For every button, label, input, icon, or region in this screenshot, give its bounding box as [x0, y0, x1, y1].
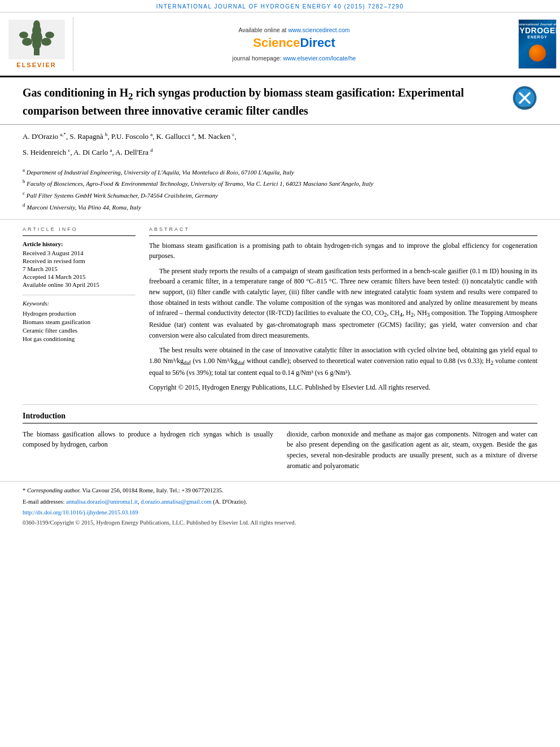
keyword-2: Biomass steam gasification — [23, 318, 135, 325]
keywords-section: Keywords: Hydrogen production Biomass st… — [23, 295, 135, 342]
direct-part: Direct — [300, 36, 335, 50]
email-note: E-mail addresses: annalisa.dorazio@uniro… — [23, 497, 537, 506]
affil-d: d Marconi University, Via Plino 44, Roma… — [23, 202, 537, 212]
accepted-date: Accepted 14 March 2015 — [23, 273, 135, 280]
journal-link[interactable]: www.elsevier.com/locate/he — [283, 55, 356, 62]
article-info-col: ARTICLE INFO Article history: Received 3… — [23, 226, 135, 397]
svg-point-7 — [41, 38, 51, 46]
footer: * Corresponding author. Via Cavour 256, … — [0, 481, 560, 530]
abstract-para1: The biomass steam gasification is a prom… — [149, 241, 537, 261]
science-part: Science — [253, 36, 300, 50]
svg-point-4 — [33, 20, 40, 29]
doi-line: http://dx.doi.org/10.1016/j.ijhydene.201… — [23, 508, 537, 517]
sd-url[interactable]: www.sciencedirect.com — [288, 27, 349, 33]
intro-col-left: The biomass gasification allows to produ… — [23, 429, 273, 475]
article-title-section: Gas conditioning in H2 rich syngas produ… — [0, 77, 560, 125]
center-header: Available online at www.sciencedirect.co… — [73, 17, 515, 71]
keyword-4: Hot gas conditioning — [23, 335, 135, 342]
svg-point-8 — [45, 32, 54, 38]
introduction-title: Introduction — [23, 412, 537, 423]
introduction-section: Introduction The biomass gasification al… — [0, 405, 560, 481]
authors-line2: S. Heidenreich c, A. Di Carlo a, A. Dell… — [23, 146, 537, 159]
intro-columns: The biomass gasification allows to produ… — [23, 429, 537, 475]
affil-b: b Faculty of Biosciences, Agro-Food & En… — [23, 178, 537, 189]
article-title-row: Gas conditioning in H2 rich syngas produ… — [23, 85, 537, 119]
abstract-text: The biomass steam gasification is a prom… — [149, 241, 537, 393]
revised-date: 7 March 2015 — [23, 265, 135, 272]
crossmark-svg: CrossMark — [512, 85, 537, 111]
authors-section: A. D'Orazio a,*, S. Rapagnà b, P.U. Fosc… — [0, 125, 560, 167]
journal-cover: International Journal of HYDROGEN ENERGY — [515, 17, 560, 71]
corresponding-note: * Corresponding author. Via Cavour 256, … — [23, 486, 537, 495]
email2-link[interactable]: d.orazio.annalisa@gmail.com — [141, 499, 211, 505]
available-online-text: Available online at www.sciencedirect.co… — [238, 27, 349, 33]
email1-link[interactable]: annalisa.dorazio@uniroma1.it — [66, 499, 138, 505]
svg-point-5 — [22, 38, 32, 46]
keywords-label: Keywords: — [23, 300, 135, 307]
doi-link[interactable]: http://dx.doi.org/10.1016/j.ijhydene.201… — [23, 509, 138, 516]
divider-left — [23, 235, 135, 236]
elsevier-tree-image — [8, 20, 65, 59]
available-date: Available online 30 April 2015 — [23, 281, 135, 288]
keyword-1: Hydrogen production — [23, 310, 135, 317]
banner-text: INTERNATIONAL JOURNAL OF HYDROGEN ENERGY… — [156, 3, 404, 10]
header: ELSEVIER Available online at www.science… — [0, 12, 560, 77]
revised-label: Received in revised form — [23, 257, 135, 264]
received-date: Received 3 August 2014 — [23, 250, 135, 256]
elsevier-label: ELSEVIER — [16, 62, 56, 68]
intro-col-right: dioxide, carbon monoxide and methane as … — [287, 429, 537, 475]
sciencedirect-brand: ScienceDirect — [253, 36, 335, 50]
affil-c: c Pall Filter Systems GmbH Werk Schumach… — [23, 190, 537, 200]
intro-text-left: The biomass gasification allows to produ… — [23, 429, 273, 450]
elsevier-logo: ELSEVIER — [0, 17, 73, 71]
crossmark-badge[interactable]: CrossMark — [512, 85, 537, 113]
article-title: Gas conditioning in H2 rich syngas produ… — [23, 85, 512, 119]
svg-text:CrossMark: CrossMark — [518, 106, 532, 109]
keyword-3: Ceramic filter candles — [23, 327, 135, 334]
svg-point-6 — [19, 32, 28, 38]
article-info-abstract: ARTICLE INFO Article history: Received 3… — [0, 220, 560, 404]
abstract-col: ABSTRACT The biomass steam gasification … — [149, 226, 537, 397]
history-label: Article history: — [23, 241, 135, 247]
intro-text-right: dioxide, carbon monoxide and methane as … — [287, 429, 537, 471]
abstract-para2: The present study reports the results of… — [149, 266, 537, 340]
elsevier-tree-svg — [11, 20, 62, 57]
issn-copyright: 0360-3199/Copyright © 2015, Hydrogen Ene… — [23, 519, 537, 526]
affil-a: a Department of Industrial Engineering, … — [23, 167, 537, 177]
abstract-section-label: ABSTRACT — [149, 226, 537, 232]
abstract-para3: The best results were obtained in the ca… — [149, 345, 537, 378]
affiliations-section: a Department of Industrial Engineering, … — [0, 167, 560, 220]
journal-banner: INTERNATIONAL JOURNAL OF HYDROGEN ENERGY… — [0, 0, 560, 12]
cover-image: International Journal of HYDROGEN ENERGY — [518, 19, 557, 69]
abstract-copyright: Copyright © 2015, Hydrogen Energy Public… — [149, 382, 537, 393]
journal-homepage: journal homepage: www.elsevier.com/locat… — [233, 55, 356, 62]
cover-circle — [529, 45, 546, 62]
divider-right — [149, 235, 537, 236]
authors-line1: A. D'Orazio a,*, S. Rapagnà b, P.U. Fosc… — [23, 130, 537, 143]
article-info-label: ARTICLE INFO — [23, 226, 135, 232]
